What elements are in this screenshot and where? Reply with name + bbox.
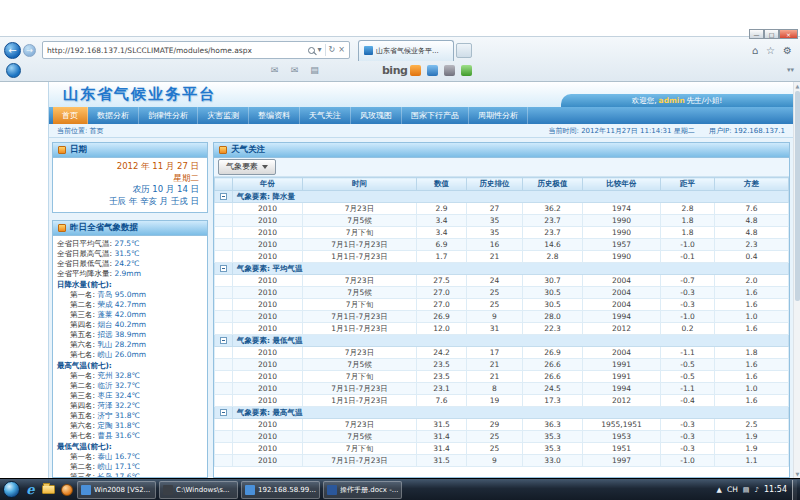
toolbar-icon[interactable] bbox=[461, 65, 472, 76]
scroll-down-icon[interactable]: ▼ bbox=[794, 471, 800, 477]
maximize-button[interactable]: □ bbox=[764, 29, 779, 39]
nav-item-8[interactable]: 国家下行产品 bbox=[402, 107, 469, 124]
table-row[interactable]: 20107月5候3.43523.719901.84.8 bbox=[215, 215, 789, 227]
nav-item-1[interactable]: 首页 bbox=[53, 107, 88, 124]
table-row[interactable]: 20107月下旬3.43523.719901.84.8 bbox=[215, 227, 789, 239]
table-row[interactable]: 20101月1日-7月23日1.7212.81990-0.10.4 bbox=[215, 251, 789, 263]
stop-icon[interactable]: × bbox=[338, 46, 345, 54]
minimize-button[interactable]: — bbox=[749, 29, 764, 39]
table-cell: 1月1日-7月23日 bbox=[303, 251, 417, 263]
browser-tab[interactable]: 山东省气候业务平... bbox=[358, 40, 454, 61]
panel-icon bbox=[219, 146, 227, 154]
collapse-icon[interactable] bbox=[220, 193, 227, 200]
forward-button-icon[interactable]: → bbox=[23, 44, 36, 57]
table-group-row[interactable]: 气象要素: 最低气温 bbox=[215, 335, 789, 347]
tab-favicon bbox=[364, 46, 373, 55]
table-row[interactable]: 20107月1日-7月23日26.9928.01994-1.01.0 bbox=[215, 311, 789, 323]
search-icon[interactable] bbox=[308, 47, 315, 54]
toolbar-overflow-icon[interactable]: ▾▾ bbox=[787, 66, 794, 74]
address-dropdown-icon[interactable]: ▾ bbox=[318, 46, 322, 54]
home-icon[interactable]: ⌂ bbox=[752, 45, 758, 56]
volume-icon[interactable]: ♪ bbox=[754, 486, 758, 494]
table-row[interactable]: 20101月1日-7月23日7.61917.32012-0.41.6 bbox=[215, 395, 789, 407]
new-tab-button[interactable] bbox=[456, 43, 472, 58]
back-button-icon[interactable]: ← bbox=[4, 42, 21, 59]
table-row[interactable]: 20107月1日-7月23日23.1824.51994-1.11.0 bbox=[215, 383, 789, 395]
table-row[interactable]: 20107月23日24.21726.92004-1.11.8 bbox=[215, 347, 789, 359]
expand-cell[interactable] bbox=[215, 191, 233, 203]
rank-value: 长岛 17.6℃ bbox=[95, 472, 140, 477]
taskbar-button-4[interactable]: 操作手册.docx -... bbox=[323, 481, 402, 499]
collapse-icon[interactable] bbox=[220, 409, 227, 416]
vertical-scrollbar[interactable]: ▲ ▼ bbox=[793, 82, 800, 478]
table-row[interactable]: 20107月23日2.92736.219742.87.6 bbox=[215, 203, 789, 215]
tools-gear-icon[interactable]: ⚙ bbox=[783, 45, 792, 56]
media-player-icon[interactable] bbox=[59, 482, 74, 497]
table-group-row[interactable]: 气象要素: 降水量 bbox=[215, 191, 789, 203]
refresh-icon[interactable]: ↻ bbox=[329, 46, 336, 54]
start-button[interactable] bbox=[3, 481, 20, 498]
show-hidden-icons[interactable]: ▲ bbox=[717, 486, 722, 494]
table-group-row[interactable]: 气象要素: 平均气温 bbox=[215, 263, 789, 275]
table-cell: 2010 bbox=[233, 359, 303, 371]
toolbar-logo-icon[interactable] bbox=[6, 63, 21, 78]
language-indicator[interactable]: CH bbox=[727, 485, 738, 494]
clock[interactable]: 11:54 bbox=[764, 485, 787, 494]
table-row[interactable]: 20107月下旬31.42535.31951-0.31.9 bbox=[215, 443, 789, 455]
table-cell: 26.9 bbox=[417, 311, 467, 323]
collapse-icon[interactable] bbox=[220, 337, 227, 344]
scroll-up-icon[interactable]: ▲ bbox=[794, 83, 800, 89]
bing-logo[interactable]: bing bbox=[382, 64, 407, 77]
show-desktop-button[interactable] bbox=[792, 480, 797, 500]
nav-item-9[interactable]: 周期性分析 bbox=[469, 107, 528, 124]
taskbar-button-3[interactable]: 192.168.58.99... bbox=[241, 481, 320, 499]
expand-cell[interactable] bbox=[215, 263, 233, 275]
nav-item-6[interactable]: 天气关注 bbox=[300, 107, 351, 124]
mail-icon[interactable]: ✉ bbox=[268, 64, 281, 76]
ie-taskbar-icon[interactable]: e bbox=[23, 482, 38, 497]
favorites-star-icon[interactable]: ☆ bbox=[766, 45, 775, 56]
scrollbar-thumb[interactable] bbox=[795, 91, 800, 301]
expand-cell[interactable] bbox=[215, 335, 233, 347]
table-cell: 33.0 bbox=[523, 455, 583, 467]
rank-label: 第五名: bbox=[70, 330, 95, 339]
taskbar-button-2[interactable]: C:\Windows\s... bbox=[159, 481, 238, 499]
nav-item-2[interactable]: 数据分析 bbox=[88, 107, 139, 124]
element-filter-button[interactable]: 气象要素 bbox=[218, 159, 276, 175]
close-button[interactable]: × bbox=[779, 29, 798, 39]
rank-label: 第三名: bbox=[70, 310, 95, 319]
table-row[interactable]: 20107月下旬27.02530.52004-0.31.6 bbox=[215, 299, 789, 311]
table-cell: 1.8 bbox=[661, 215, 715, 227]
table-row[interactable]: 20107月下旬23.52126.61991-0.51.6 bbox=[215, 371, 789, 383]
table-row[interactable]: 20107月5候23.52126.61991-0.51.6 bbox=[215, 359, 789, 371]
nav-item-5[interactable]: 整编资料 bbox=[249, 107, 300, 124]
toolbar-icon[interactable] bbox=[427, 65, 438, 76]
table-cell: 1991 bbox=[583, 359, 661, 371]
mail-icon[interactable]: ✉ bbox=[288, 64, 301, 76]
table-row[interactable]: 20107月1日-7月23日6.91614.61957-1.02.3 bbox=[215, 239, 789, 251]
nav-item-4[interactable]: 灾害监测 bbox=[198, 107, 249, 124]
table-cell: 23.7 bbox=[523, 227, 583, 239]
collapse-icon[interactable] bbox=[220, 265, 227, 272]
expand-cell[interactable] bbox=[215, 407, 233, 419]
rank-value: 临沂 32.7℃ bbox=[95, 381, 140, 390]
toolbar-icon[interactable] bbox=[444, 65, 455, 76]
taskbar-button-1[interactable]: Win2008 [VS2... bbox=[77, 481, 156, 499]
table-row[interactable]: 20107月5候31.42535.31953-0.31.9 bbox=[215, 431, 789, 443]
table-row[interactable]: 20101月1日-7月23日12.03122.320120.21.6 bbox=[215, 323, 789, 335]
network-icon[interactable]: ▤ bbox=[743, 486, 750, 494]
rank-label: 第一名: bbox=[70, 290, 95, 299]
weather-stat: 全省日平均气温: 27.5℃ bbox=[57, 239, 203, 249]
table-row[interactable]: 20107月5候27.02530.52004-0.31.6 bbox=[215, 287, 789, 299]
nav-item-7[interactable]: 风玫瑰图 bbox=[351, 107, 402, 124]
table-group-row[interactable]: 气象要素: 最高气温 bbox=[215, 407, 789, 419]
address-bar[interactable]: http://192.168.137.1/SLCCLIMATE/modules/… bbox=[42, 41, 350, 59]
toolbar-icon[interactable] bbox=[410, 65, 421, 76]
table-row[interactable]: 20107月1日-7月23日31.5933.01997-1.01.1 bbox=[215, 455, 789, 467]
document-icon[interactable]: ▤ bbox=[308, 64, 321, 76]
table-row[interactable]: 20107月23日27.52430.72004-0.72.0 bbox=[215, 275, 789, 287]
explorer-folder-icon[interactable] bbox=[41, 482, 56, 497]
url-text[interactable]: http://192.168.137.1/SLCCLIMATE/modules/… bbox=[47, 46, 305, 55]
table-row[interactable]: 20107月23日31.52936.31955,1951-0.32.5 bbox=[215, 419, 789, 431]
nav-item-3[interactable]: 韵律性分析 bbox=[139, 107, 198, 124]
